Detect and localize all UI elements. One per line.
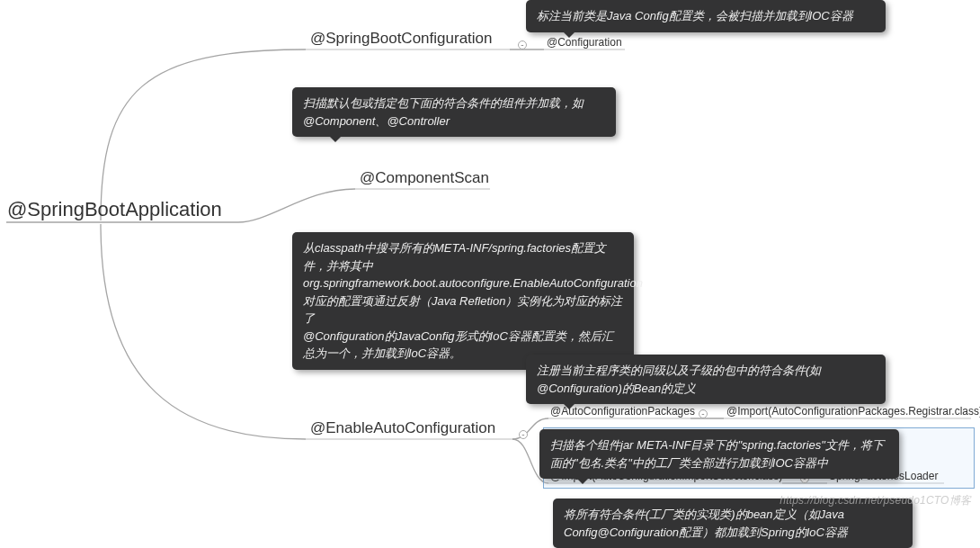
tooltip-import-selector: 扫描各个组件jar META-INF目录下的"spring.factories"… xyxy=(539,429,899,479)
tooltip-line: 从classpath中搜寻所有的META-INF/spring.factorie… xyxy=(303,241,606,273)
tooltip-autoconfigurationpackages: 注册当前主程序类的同级以及子级的包中的符合条件(如@Configuration)… xyxy=(526,355,886,404)
node-componentscan[interactable]: @ComponentScan xyxy=(360,169,489,187)
collapse-icon[interactable]: - xyxy=(518,40,527,49)
tooltip-enableautoconfiguration: 从classpath中搜寻所有的META-INF/spring.factorie… xyxy=(292,232,634,370)
watermark: https://blog.csdn.net/pseudo1CTO博客 xyxy=(780,493,971,508)
root-node[interactable]: @SpringBootApplication xyxy=(7,198,222,221)
node-springbootconfiguration[interactable]: @SpringBootConfiguration xyxy=(310,30,493,48)
tooltip-springbootconfiguration: 标注当前类是Java Config配置类，会被扫描并加载到IOC容器 xyxy=(526,0,886,32)
collapse-icon[interactable]: - xyxy=(699,409,708,418)
collapse-icon[interactable]: - xyxy=(519,430,528,439)
tooltip-line: org.springframework.boot.autoconfigure.E… xyxy=(303,276,643,290)
tooltip-line: 对应的配置项通过反射（Java Refletion）实例化为对应的标注了 xyxy=(303,294,622,326)
node-enableautoconfiguration[interactable]: @EnableAutoConfiguration xyxy=(310,419,495,437)
leaf-configuration[interactable]: @Configuration xyxy=(547,36,622,49)
tooltip-componentscan: 扫描默认包或指定包下面的符合条件的组件并加载，如 @Component、@Con… xyxy=(292,87,616,137)
leaf-import-registrar[interactable]: @Import(AutoConfigurationPackages.Regist… xyxy=(726,405,980,418)
